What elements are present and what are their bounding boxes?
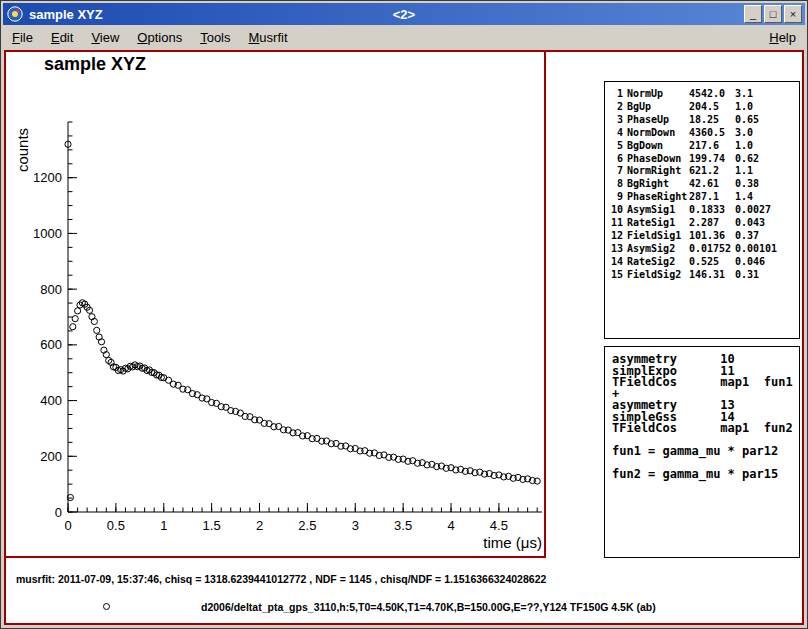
svg-text:0: 0 [55,505,62,520]
param-value: 204.5 [689,101,731,114]
param-error: 0.00101 [735,243,799,256]
menu-item[interactable]: Edit [42,27,82,48]
svg-text:3.5: 3.5 [394,518,412,533]
svg-text:3: 3 [352,518,359,533]
close-icon: × [790,8,796,20]
param-value: 287.1 [689,191,731,204]
parameter-row: 15 FieldSig2 146.31 0.31 [609,269,799,282]
svg-text:4.5: 4.5 [490,518,508,533]
parameter-row: 14 RateSig2 0.525 0.046 [609,256,799,269]
svg-text:200: 200 [40,449,62,464]
menu-items: File Edit View Options Tools Musrfit [3,27,297,48]
menu-item[interactable]: View [82,27,128,48]
param-error: 0.37 [735,230,799,243]
titlebar[interactable]: sample XYZ <2> _ □ × [3,3,805,25]
param-value: 42.61 [689,178,731,191]
param-number: 6 [609,153,623,166]
svg-text:600: 600 [40,337,62,352]
maximize-icon: □ [770,8,777,20]
parameter-rows: 1 NormUp 4542.0 3.1 2 BgUp 204.5 1.0 3 [609,88,799,282]
maximize-button[interactable]: □ [764,5,782,23]
svg-text:400: 400 [40,393,62,408]
param-error: 1.0 [735,140,799,153]
menu-item-help[interactable]: Help [760,27,805,48]
param-value: 146.31 [689,269,731,282]
param-error: 0.65 [735,114,799,127]
menu-item[interactable]: File [3,27,42,48]
param-value: 4360.5 [689,127,731,140]
param-number: 8 [609,178,623,191]
param-value: 18.25 [689,114,731,127]
minimize-icon: _ [750,8,756,20]
param-number: 13 [609,243,623,256]
parameter-row: 12 FieldSig1 101.36 0.37 [609,230,799,243]
param-name: PhaseRight [627,191,685,204]
param-value: 2.287 [689,217,731,230]
parameter-row: 5 BgDown 217.6 1.0 [609,140,799,153]
svg-text:1: 1 [160,518,167,533]
param-name: BgUp [627,101,685,114]
param-name: BgRight [627,178,685,191]
legend: d2006/deltat_pta_gps_3110,h:5,T0=4.50K,T… [6,598,802,618]
param-value: 0.525 [689,256,731,269]
svg-text:counts: counts [14,128,31,172]
parameter-row: 3 PhaseUp 18.25 0.65 [609,114,799,127]
param-name: BgDown [627,140,685,153]
parameter-row: 6 PhaseDown 199.74 0.62 [609,153,799,166]
svg-text:4: 4 [447,518,454,533]
plot-svg[interactable]: 00.511.522.533.544.502004006008001000120… [6,52,544,556]
plot-pad[interactable]: sample XYZ 00.511.522.533.544.5020040060… [6,52,546,558]
param-error: 3.0 [735,127,799,140]
parameter-row: 8 BgRight 42.61 0.38 [609,178,799,191]
root-canvas[interactable]: sample XYZ 00.511.522.533.544.5020040060… [4,50,804,625]
window-title: sample XYZ [29,7,103,22]
parameter-row: 9 PhaseRight 287.1 1.4 [609,191,799,204]
fit-info: musrfit: 2011-07-09, 15:37:46, chisq = 1… [16,573,546,585]
param-error: 0.62 [735,153,799,166]
minimize-button[interactable]: _ [744,5,762,23]
param-name: RateSig1 [627,217,685,230]
param-name: AsymSig1 [627,204,685,217]
parameter-row: 10 AsymSig1 0.1833 0.0027 [609,204,799,217]
svg-text:2.5: 2.5 [298,518,316,533]
param-error: 0.043 [735,217,799,230]
svg-text:time (μs): time (μs) [483,534,542,551]
svg-text:800: 800 [40,282,62,297]
param-name: PhaseUp [627,114,685,127]
parameter-row: 11 RateSig1 2.287 0.043 [609,217,799,230]
menu-item[interactable]: Options [128,27,191,48]
param-error: 0.0027 [735,204,799,217]
param-number: 7 [609,165,623,178]
param-value: 621.2 [689,165,731,178]
param-value: 4542.0 [689,88,731,101]
menubar: File Edit View Options Tools Musrfit Hel… [3,25,805,49]
menu-item[interactable]: Musrfit [240,27,297,48]
svg-text:2: 2 [256,518,263,533]
param-name: FieldSig2 [627,269,685,282]
parameter-row: 13 AsymSig2 0.01752 0.00101 [609,243,799,256]
theory-box[interactable]: asymmetry 10 simplExpo 11 TFieldCos map1… [604,346,800,558]
param-value: 101.36 [689,230,731,243]
param-number: 3 [609,114,623,127]
param-name: RateSig2 [627,256,685,269]
svg-text:1.5: 1.5 [203,518,221,533]
window-title-center: <2> [3,7,805,22]
parameter-row: 1 NormUp 4542.0 3.1 [609,88,799,101]
param-value: 217.6 [689,140,731,153]
param-name: PhaseDown [627,153,685,166]
parameter-row: 7 NormRight 621.2 1.1 [609,165,799,178]
svg-text:0.5: 0.5 [107,518,125,533]
legend-marker-circle [103,603,110,610]
param-name: NormUp [627,88,685,101]
menu-item[interactable]: Tools [191,27,239,48]
close-button[interactable]: × [784,5,802,23]
param-error: 0.31 [735,269,799,282]
parameter-row: 4 NormDown 4360.5 3.0 [609,127,799,140]
param-name: NormDown [627,127,685,140]
param-number: 9 [609,191,623,204]
parameters-box[interactable]: 1 NormUp 4542.0 3.1 2 BgUp 204.5 1.0 3 [604,81,800,339]
param-value: 0.1833 [689,204,731,217]
param-number: 2 [609,101,623,114]
param-number: 1 [609,88,623,101]
app-window: sample XYZ <2> _ □ × File Edit View Opti… [0,0,808,629]
